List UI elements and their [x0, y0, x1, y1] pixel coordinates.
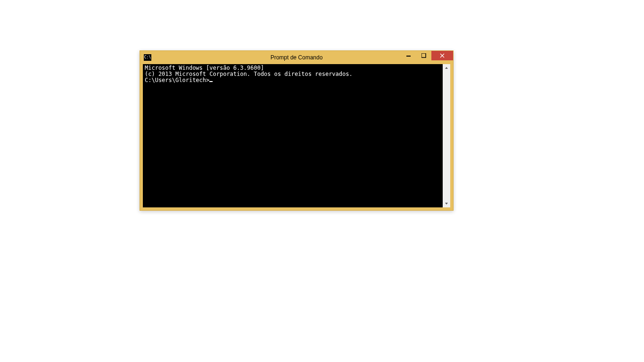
- cmd-icon-text: C:\: [144, 56, 151, 59]
- cmd-icon: C:\: [144, 54, 151, 61]
- maximize-icon: [421, 53, 426, 58]
- console-area: Microsoft Windows [versão 6.3.9600](c) 2…: [143, 64, 450, 207]
- close-icon: [440, 53, 445, 58]
- svg-rect-0: [406, 56, 411, 57]
- text-cursor: [209, 81, 213, 82]
- vertical-scrollbar[interactable]: [443, 64, 450, 207]
- minimize-icon: [406, 53, 411, 58]
- console-content[interactable]: Microsoft Windows [versão 6.3.9600](c) 2…: [143, 64, 443, 207]
- titlebar[interactable]: C:\ Prompt de Comando: [140, 51, 453, 64]
- chevron-up-icon: [445, 66, 448, 70]
- window-title: Prompt de Comando: [271, 54, 323, 61]
- window-controls: [401, 51, 453, 60]
- scroll-up-button[interactable]: [443, 64, 450, 72]
- scroll-down-button[interactable]: [443, 200, 450, 207]
- minimize-button[interactable]: [401, 51, 416, 60]
- command-prompt-window: C:\ Prompt de Comando Microsoft: [140, 50, 454, 211]
- close-button[interactable]: [431, 51, 453, 60]
- scroll-track[interactable]: [443, 72, 450, 200]
- console-prompt: C:\Users\Gloritech>: [145, 77, 209, 83]
- svg-rect-1: [421, 53, 426, 58]
- maximize-button[interactable]: [416, 51, 431, 60]
- chevron-down-icon: [445, 202, 448, 206]
